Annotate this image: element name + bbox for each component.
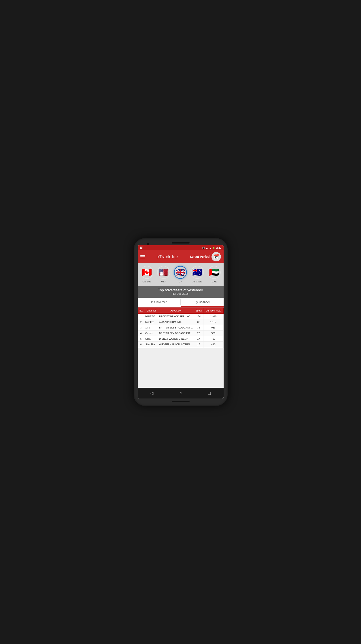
table-row: 2RishteyAMAZON.COM INC.381,127 [138, 319, 223, 325]
country-label-uae: UAE [212, 280, 217, 283]
phone-screen: 🖼 📳 ▲ ▲ 🔋 2:22 cTrack-lite Select Period [138, 245, 224, 398]
back-button[interactable]: ◁ [149, 389, 156, 398]
country-canada[interactable]: 🇨🇦 Canada [140, 266, 153, 283]
app-title: cTrack-lite [157, 254, 178, 260]
cell-no: 2 [138, 319, 144, 325]
speaker-bottom [172, 401, 190, 402]
header-no: No. [138, 308, 144, 314]
photo-icon: 🖼 [140, 246, 143, 249]
heading-title: Top advertisers of yesterday [140, 288, 221, 292]
flag-usa: 🇺🇸 [157, 266, 170, 279]
toolbar-right: Select Period 📅 [190, 252, 221, 262]
country-label-canada: Canada [143, 280, 151, 283]
cell-channel: &TV [144, 325, 158, 330]
country-uae[interactable]: 🇦🇪 UAE [208, 266, 221, 283]
cell-duration: 410 [203, 342, 223, 347]
time-display: 2:22 [216, 246, 221, 249]
cell-no: 1 [138, 314, 144, 319]
main-content: Top advertisers of yesterday (13-Dec-201… [138, 286, 224, 388]
gray-space [138, 348, 224, 388]
select-period-label[interactable]: Select Period [190, 255, 210, 258]
country-australia[interactable]: 🇦🇺 Australia [191, 266, 204, 283]
cell-spots: 15 [194, 342, 203, 347]
phone-device: 🖼 📳 ▲ ▲ 🔋 2:22 cTrack-lite Select Period [134, 238, 228, 406]
country-usa[interactable]: 🇺🇸 USA [157, 266, 170, 283]
cell-spots: 34 [194, 325, 203, 330]
cell-advertiser: WESTERN UNION INTERNATION [158, 342, 194, 347]
speaker-top [172, 242, 190, 244]
header-channel: Channel [144, 308, 158, 314]
country-label-australia: Australia [192, 280, 202, 283]
flag-canada: 🇨🇦 [140, 266, 153, 279]
advertisers-table: No. Channel Advertiser Spots Duration (s… [138, 308, 224, 348]
cell-channel: HUM TV [144, 314, 158, 319]
header-duration: Duration (sec) [203, 308, 223, 314]
table-row: 4ColorsBRITISH SKY BROADCASTING G20580 [138, 330, 223, 336]
calendar-button[interactable]: 📅 [211, 252, 221, 262]
cell-no: 4 [138, 330, 144, 336]
menu-bar-1 [140, 255, 145, 256]
toolbar: cTrack-lite Select Period 📅 [138, 250, 224, 263]
cell-advertiser: DISNEY WORLD CINEMA [158, 336, 194, 342]
table-body: 1HUM TVRECKITT BENCKISER, INC.1542,9102R… [138, 314, 223, 348]
cell-spots: 154 [194, 314, 203, 319]
menu-bar-3 [140, 258, 145, 258]
status-right: 📳 ▲ ▲ 🔋 2:22 [202, 246, 221, 249]
bottom-nav: ◁ ○ □ [138, 388, 224, 398]
status-bar: 🖼 📳 ▲ ▲ 🔋 2:22 [138, 245, 224, 250]
home-button[interactable]: ○ [178, 389, 184, 398]
tab-by-channel[interactable]: By Channel [181, 298, 224, 307]
vibrate-icon: 📳 [202, 247, 205, 249]
flag-uae: 🇦🇪 [208, 266, 221, 279]
table-header-row: No. Channel Advertiser Spots Duration (s… [138, 308, 223, 314]
cell-duration: 451 [203, 336, 223, 342]
cell-spots: 20 [194, 330, 203, 336]
cell-duration: 580 [203, 330, 223, 336]
wifi-icon: ▲ [206, 247, 208, 249]
tab-universe[interactable]: In Universe* [138, 298, 181, 307]
table-row: 1HUM TVRECKITT BENCKISER, INC.1542,910 [138, 314, 223, 319]
signal-icon: ▲ [209, 247, 211, 249]
tabs-row: In Universe* By Channel [138, 298, 224, 308]
calendar-icon: 📅 [213, 254, 219, 260]
header-advertiser: Advertiser [158, 308, 194, 314]
country-label-uk: UK [179, 280, 182, 283]
data-table-container: No. Channel Advertiser Spots Duration (s… [138, 308, 224, 348]
country-uk[interactable]: 🇬🇧 UK [174, 266, 187, 283]
cell-duration: 1,127 [203, 319, 223, 325]
menu-button[interactable] [140, 255, 145, 258]
cell-advertiser: BRITISH SKY BROADCASTING G [158, 325, 194, 330]
cell-advertiser: RECKITT BENCKISER, INC. [158, 314, 194, 319]
cell-no: 3 [138, 325, 144, 330]
battery-icon: 🔋 [212, 247, 215, 249]
country-strip: 🇨🇦 Canada 🇺🇸 USA 🇬🇧 UK 🇦🇺 Australia 🇦🇪 U… [138, 263, 224, 286]
flag-uk: 🇬🇧 [174, 266, 187, 279]
front-camera [147, 243, 149, 245]
header-spots: Spots [194, 308, 203, 314]
cell-duration: 939 [203, 325, 223, 330]
cell-no: 6 [138, 342, 144, 347]
cell-spots: 38 [194, 319, 203, 325]
menu-bar-2 [140, 256, 145, 257]
cell-channel: Sony [144, 336, 158, 342]
country-label-usa: USA [161, 280, 166, 283]
table-row: 5SonyDISNEY WORLD CINEMA17451 [138, 336, 223, 342]
cell-advertiser: AMAZON.COM INC. [158, 319, 194, 325]
flag-australia: 🇦🇺 [191, 266, 204, 279]
table-row: 6Star PlusWESTERN UNION INTERNATION15410 [138, 342, 223, 347]
cell-no: 5 [138, 336, 144, 342]
cell-channel: Colors [144, 330, 158, 336]
table-row: 3&TVBRITISH SKY BROADCASTING G34939 [138, 325, 223, 330]
status-left: 🖼 [140, 246, 143, 249]
cell-spots: 17 [194, 336, 203, 342]
recent-button[interactable]: □ [206, 389, 212, 398]
cell-duration: 2,910 [203, 314, 223, 319]
cell-channel: Rishtey [144, 319, 158, 325]
cell-channel: Star Plus [144, 342, 158, 347]
heading-section: Top advertisers of yesterday (13-Dec-201… [138, 286, 224, 298]
heading-subtitle: (13-Dec-2016) [140, 292, 221, 296]
cell-advertiser: BRITISH SKY BROADCASTING G [158, 330, 194, 336]
